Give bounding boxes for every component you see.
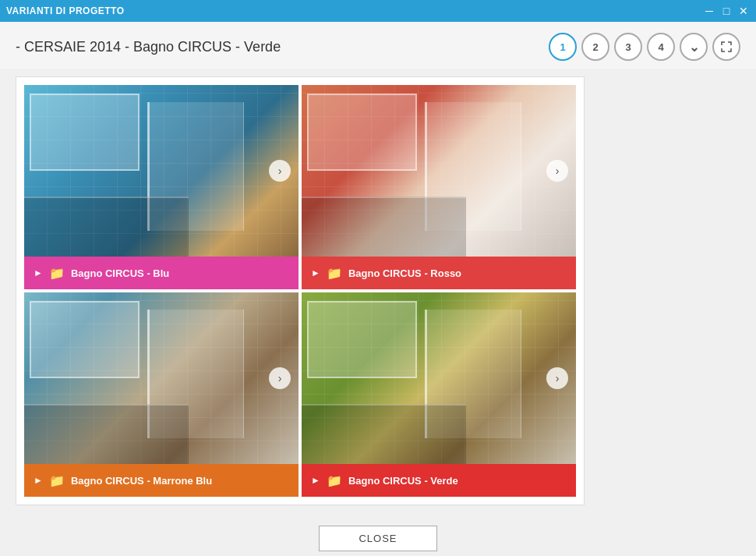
page-title: - CERSAIE 2014 - Bagno CIRCUS - Verde	[16, 39, 281, 55]
vanity-blu	[24, 197, 189, 257]
vanity-marrone	[24, 404, 189, 464]
variant-label-rosso: ► 📁 Bagno CIRCUS - Rosso	[302, 257, 576, 289]
titlebar-controls: ─ □ ✕	[703, 5, 750, 17]
variant-name-rosso: Bagno CIRCUS - Rosso	[348, 267, 461, 279]
vanity-verde	[302, 404, 466, 464]
play-icon-marrone: ►	[34, 475, 43, 486]
bathroom-image-verde: ›	[302, 292, 576, 464]
nav-page-2[interactable]: 2	[581, 33, 609, 61]
nav-chevron-button[interactable]: ⌄	[680, 33, 708, 61]
variant-label-verde: ► 📁 Bagno CIRCUS - Verde	[302, 464, 576, 497]
grid-container: › ► 📁 Bagno CIRCUS - Blu › ►	[16, 76, 585, 505]
nav-page-3[interactable]: 3	[614, 33, 642, 61]
titlebar: VARIANTI DI PROGETTO ─ □ ✕	[0, 0, 756, 22]
folder-icon-verde: 📁	[327, 473, 342, 488]
image-grid: › ► 📁 Bagno CIRCUS - Blu › ►	[24, 85, 576, 497]
titlebar-title: VARIANTI DI PROGETTO	[6, 5, 125, 16]
main-content: › ► 📁 Bagno CIRCUS - Blu › ►	[0, 69, 756, 513]
restore-button[interactable]: □	[720, 5, 733, 17]
variant-label-marrone: ► 📁 Bagno CIRCUS - Marrone Blu	[24, 464, 299, 497]
next-arrow-marrone[interactable]: ›	[269, 367, 291, 389]
bathroom-image-blu: ›	[24, 85, 299, 257]
variant-label-blu: ► 📁 Bagno CIRCUS - Blu	[24, 257, 299, 289]
next-arrow-verde[interactable]: ›	[546, 367, 568, 389]
mirror-verde	[307, 301, 417, 378]
nav-page-1[interactable]: 1	[549, 33, 577, 61]
variant-name-blu: Bagno CIRCUS - Blu	[71, 267, 169, 279]
next-arrow-blu[interactable]: ›	[269, 160, 291, 182]
minimize-button[interactable]: ─	[703, 5, 715, 17]
vanity-rosso	[302, 197, 466, 257]
variant-card-verde[interactable]: › ► 📁 Bagno CIRCUS - Verde	[302, 292, 576, 497]
nav-page-4[interactable]: 4	[647, 33, 675, 61]
play-icon-blu: ►	[34, 267, 43, 278]
folder-icon-rosso: 📁	[327, 266, 342, 281]
header: - CERSAIE 2014 - Bagno CIRCUS - Verde 1 …	[0, 22, 756, 69]
variant-name-verde: Bagno CIRCUS - Verde	[348, 475, 458, 487]
nav-controls: 1 2 3 4 ⌄	[549, 33, 740, 61]
folder-icon-blu: 📁	[49, 266, 65, 281]
variant-name-marrone: Bagno CIRCUS - Marrone Blu	[71, 475, 212, 487]
mirror-blu	[30, 94, 140, 171]
close-button[interactable]: CLOSE	[319, 526, 436, 551]
variant-card-blu[interactable]: › ► 📁 Bagno CIRCUS - Blu	[24, 85, 299, 289]
close-section: CLOSE	[0, 513, 756, 556]
bathroom-image-marrone: ›	[24, 292, 299, 464]
folder-icon-marrone: 📁	[49, 473, 65, 488]
close-window-button[interactable]: ✕	[737, 5, 750, 17]
play-icon-verde: ►	[311, 475, 320, 486]
fullscreen-button[interactable]	[712, 33, 740, 61]
variant-card-rosso[interactable]: › ► 📁 Bagno CIRCUS - Rosso	[302, 85, 576, 289]
mirror-rosso	[307, 94, 417, 171]
variant-card-marrone[interactable]: › ► 📁 Bagno CIRCUS - Marrone Blu	[24, 292, 299, 497]
next-arrow-rosso[interactable]: ›	[546, 160, 568, 182]
play-icon-rosso: ►	[311, 267, 320, 278]
mirror-marrone	[30, 301, 140, 378]
bathroom-image-rosso: ›	[302, 85, 576, 257]
